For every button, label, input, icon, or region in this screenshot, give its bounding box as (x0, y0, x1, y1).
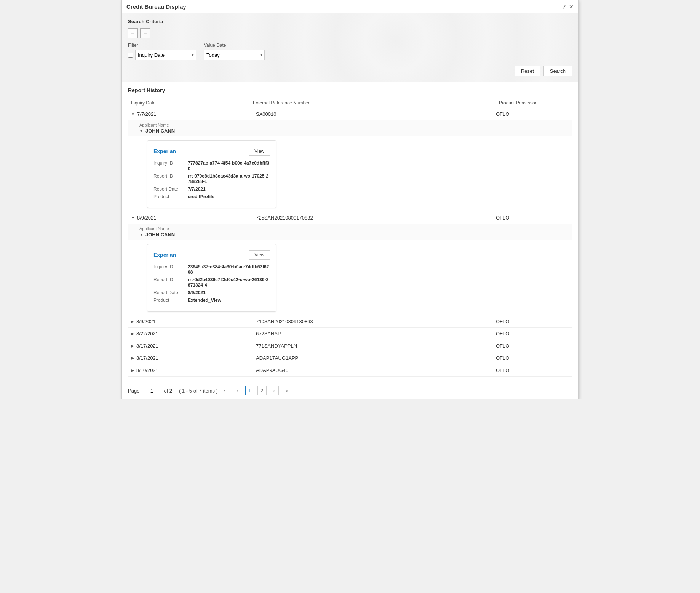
report-date-value-1: 7/7/2021 (188, 186, 206, 192)
resize-icon[interactable]: ⤢ (562, 4, 567, 10)
product-value-2: Extended_View (188, 298, 221, 303)
proc-cell-3: OFLO (493, 319, 569, 324)
filter-select[interactable]: Inquiry Date Application Date Decision D… (135, 50, 196, 60)
inquiry-date-5: 8/17/2021 (136, 343, 158, 349)
close-icon[interactable]: ✕ (569, 4, 574, 10)
next-page-button[interactable]: › (270, 386, 279, 395)
page-label: Page (128, 388, 139, 394)
proc-cell-1: OFLO (493, 111, 569, 117)
proc-cell-5: OFLO (493, 343, 569, 349)
date-cell-3: ▶ 8/9/2021 (131, 319, 253, 324)
page-info: ( 1 - 5 of 7 items ) (179, 388, 218, 394)
title-bar-controls: ⤢ ✕ (562, 4, 574, 10)
date-cell-7: ▶ 8/10/2021 (131, 367, 253, 373)
table-row-2: ▼ 8/9/2021 725SAN20210809170832 OFLO (128, 212, 572, 224)
ref-cell-2: 725SAN20210809170832 (253, 215, 493, 221)
chevron-right-icon-5[interactable]: ▶ (131, 344, 134, 348)
date-cell-6: ▶ 8/17/2021 (131, 355, 253, 361)
page-2-button[interactable]: 2 (257, 386, 267, 395)
inquiry-date-1: 7/7/2021 (137, 111, 157, 117)
date-cell-4: ▶ 8/22/2021 (131, 331, 253, 337)
report-history-section: Report History Inquiry Date External Ref… (122, 82, 578, 382)
reset-button[interactable]: Reset (515, 66, 540, 76)
report-id-value-1: rrt-070e8d1b8cae43d3a-a-wo-17025-2788288… (188, 173, 270, 184)
value-date-select[interactable]: Today Yesterday Last 7 Days Last 30 Days (204, 50, 265, 60)
experian-card-1: Experian View Inquiry ID 777827ac-a774-4… (147, 140, 276, 208)
proc-cell-7: OFLO (493, 367, 569, 373)
chevron-right-icon-7[interactable]: ▶ (131, 368, 134, 372)
table-row-5: ▶ 8/17/2021 771SANDYAPPLN OFLO (128, 340, 572, 352)
report-history-title: Report History (128, 87, 572, 93)
inquiry-date-6: 8/17/2021 (136, 355, 158, 361)
date-cell-2: ▼ 8/9/2021 (131, 215, 253, 221)
page-input[interactable] (144, 386, 159, 395)
inquiry-date-3: 8/9/2021 (136, 319, 156, 324)
report-id-value-2: rrt-0d2b4036c723d0c42-c-wo-26189-2871324… (188, 277, 270, 288)
chevron-down-icon-1[interactable]: ▼ (131, 112, 135, 116)
filter-checkbox[interactable] (128, 53, 133, 58)
inquiry-id-value-2: 23645b37-e384-4a30-b0ac-74dfb63f6208 (188, 264, 270, 275)
experian-card-header-2: Experian View (153, 250, 270, 260)
search-button[interactable]: Search (543, 66, 572, 76)
chevron-right-icon-3[interactable]: ▶ (131, 319, 134, 324)
chevron-right-icon-4[interactable]: ▶ (131, 332, 134, 336)
plus-minus-row: + − (128, 28, 572, 38)
add-filter-button[interactable]: + (128, 28, 138, 38)
action-buttons: Reset Search (515, 66, 572, 76)
view-button-1[interactable]: View (249, 147, 270, 156)
date-cell-5: ▶ 8/17/2021 (131, 343, 253, 349)
main-window: Credit Bureau Display ⤢ ✕ Search Criteri… (121, 0, 579, 399)
report-date-label-1: Report Date (153, 186, 188, 192)
card-field-inquiry-id-1: Inquiry ID 777827ac-a774-4f54-b00c-4a7e0… (153, 160, 270, 171)
table-row-7: ▶ 8/10/2021 ADAP9AUG45 OFLO (128, 364, 572, 377)
ref-cell-4: 672SANAP (253, 331, 493, 337)
inquiry-date-2: 8/9/2021 (137, 215, 157, 221)
card-field-report-date-1: Report Date 7/7/2021 (153, 186, 270, 192)
filter-checkbox-row: Inquiry Date Application Date Decision D… (128, 50, 196, 60)
chevron-down-icon-applicant-1[interactable]: ▼ (139, 129, 143, 133)
proc-cell-6: OFLO (493, 355, 569, 361)
product-label-1: Product (153, 194, 188, 199)
applicant-name-2: JOHN CANN (145, 232, 175, 237)
proc-cell-2: OFLO (493, 215, 569, 221)
applicant-row-2: Applicant Name ▼ JOHN CANN (128, 224, 572, 240)
proc-cell-4: OFLO (493, 331, 569, 337)
inquiry-id-label-1: Inquiry ID (153, 160, 188, 171)
value-date-col: Value Date Today Yesterday Last 7 Days L… (204, 43, 265, 60)
product-label-2: Product (153, 298, 188, 303)
ref-cell-7: ADAP9AUG45 (253, 367, 493, 373)
ref-cell-6: ADAP17AUG1APP (253, 355, 493, 361)
page-1-button[interactable]: 1 (245, 386, 254, 395)
experian-title-1: Experian (153, 148, 176, 154)
chevron-right-icon-6[interactable]: ▶ (131, 356, 134, 360)
header-external-ref: External Reference Number (250, 100, 496, 106)
first-page-button[interactable]: ⇤ (221, 386, 230, 395)
view-button-2[interactable]: View (249, 250, 270, 260)
experian-card-header-1: Experian View (153, 147, 270, 156)
applicant-name-1: JOHN CANN (145, 128, 175, 134)
chevron-down-icon-applicant-2[interactable]: ▼ (139, 232, 143, 237)
inquiry-date-7: 8/10/2021 (136, 367, 158, 373)
last-page-button[interactable]: ⇥ (282, 386, 291, 395)
prev-page-button[interactable]: ‹ (233, 386, 242, 395)
window-title: Credit Bureau Display (126, 3, 186, 10)
report-date-value-2: 8/9/2021 (188, 290, 206, 295)
remove-filter-button[interactable]: − (140, 28, 150, 38)
card-field-report-id-2: Report ID rrt-0d2b4036c723d0c42-c-wo-261… (153, 277, 270, 288)
chevron-down-icon-2[interactable]: ▼ (131, 216, 135, 220)
filter-row: Filter Inquiry Date Application Date Dec… (128, 43, 572, 60)
ref-cell-5: 771SANDYAPPLN (253, 343, 493, 349)
filter-col: Filter Inquiry Date Application Date Dec… (128, 43, 196, 60)
card-field-product-1: Product creditProfile (153, 194, 270, 199)
filter-select-wrapper: Inquiry Date Application Date Decision D… (135, 50, 196, 60)
inquiry-id-label-2: Inquiry ID (153, 264, 188, 275)
table-row-3: ▶ 8/9/2021 710SAN20210809180863 OFLO (128, 316, 572, 328)
ref-cell-3: 710SAN20210809180863 (253, 319, 493, 324)
date-cell-1: ▼ 7/7/2021 (131, 111, 253, 117)
card-field-report-id-1: Report ID rrt-070e8d1b8cae43d3a-a-wo-170… (153, 173, 270, 184)
pagination-bar: Page of 2 ( 1 - 5 of 7 items ) ⇤ ‹ 1 2 ›… (122, 382, 578, 399)
applicant-name-row-1: ▼ JOHN CANN (139, 128, 569, 134)
search-criteria-label: Search Criteria (128, 19, 572, 24)
value-date-select-wrapper: Today Yesterday Last 7 Days Last 30 Days (204, 50, 265, 60)
search-criteria-section: Search Criteria + − Filter Inquiry Date … (122, 13, 578, 82)
